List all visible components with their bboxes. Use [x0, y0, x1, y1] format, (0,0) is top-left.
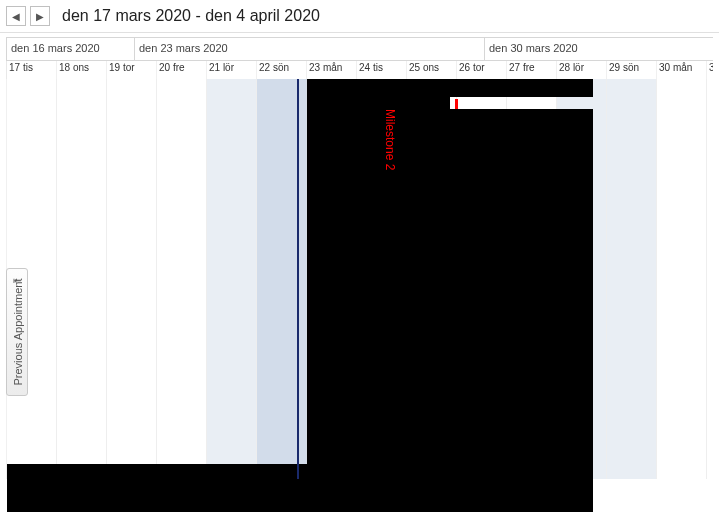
week-header: den 23 mars 2020 [135, 38, 485, 60]
day-column[interactable] [207, 79, 257, 479]
day-column[interactable] [707, 79, 719, 479]
day-column[interactable] [107, 79, 157, 479]
chevron-right-icon: ▶ [36, 11, 44, 22]
day-header: 22 sön [257, 61, 307, 79]
day-header: 17 tis [7, 61, 57, 79]
day-header: 30 mån [657, 61, 707, 79]
day-header: 26 tor [457, 61, 507, 79]
appointment-block[interactable] [7, 464, 593, 512]
week-header: den 30 mars 2020 [485, 38, 713, 60]
day-column[interactable] [57, 79, 107, 479]
day-header: 28 lör [557, 61, 607, 79]
day-header: 31 tis [707, 61, 713, 79]
day-header: 27 fre [507, 61, 557, 79]
day-header: 20 fre [157, 61, 207, 79]
day-header: 29 sön [607, 61, 657, 79]
appointment-block[interactable] [307, 109, 593, 464]
chevron-left-icon: ◀ [12, 11, 20, 22]
day-ruler: 17 tis18 ons19 tor20 fre21 lör22 sön23 m… [6, 61, 713, 79]
day-header: 21 lör [207, 61, 257, 79]
day-header: 23 mån [307, 61, 357, 79]
week-header: den 16 mars 2020 [7, 38, 135, 60]
previous-appointment-label: Previous Appointment [11, 278, 23, 385]
timeline-grid[interactable]: Milestone 2 [6, 79, 713, 479]
day-header: 19 tor [107, 61, 157, 79]
week-ruler: den 16 mars 2020den 23 mars 2020den 30 m… [6, 37, 713, 61]
date-range-title: den 17 mars 2020 - den 4 april 2020 [62, 7, 320, 25]
day-column[interactable] [607, 79, 657, 479]
milestone-marker[interactable] [455, 99, 458, 109]
appointment-block[interactable] [307, 79, 593, 97]
day-header: 25 ons [407, 61, 457, 79]
timeline: den 16 mars 2020den 23 mars 2020den 30 m… [0, 32, 719, 512]
day-column[interactable] [657, 79, 707, 479]
previous-appointment-button[interactable]: ⇤ Previous Appointment [6, 268, 28, 396]
appointment-block[interactable] [307, 97, 450, 109]
next-button[interactable]: ▶ [30, 6, 50, 26]
today-band [257, 79, 307, 479]
day-header: 24 tis [357, 61, 407, 79]
milestone-label[interactable]: Milestone 2 [383, 109, 397, 170]
day-column[interactable] [157, 79, 207, 479]
header: ◀ ▶ den 17 mars 2020 - den 4 april 2020 [0, 0, 719, 32]
today-line [297, 79, 299, 479]
day-header: 18 ons [57, 61, 107, 79]
prev-button[interactable]: ◀ [6, 6, 26, 26]
